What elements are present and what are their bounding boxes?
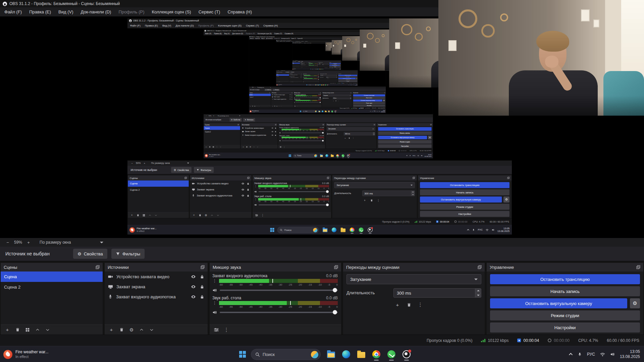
sources-dock-header[interactable]: Источники	[105, 263, 208, 272]
taskbar-search[interactable]	[251, 349, 321, 360]
chrome-icon[interactable]	[372, 347, 381, 361]
remove-scene-button[interactable]	[13, 326, 21, 334]
taskbar-clock[interactable]: 13:05 13.08.2025	[620, 349, 640, 359]
mixer-title: Микшер звука	[254, 176, 271, 179]
transitions-dock-header: Переходы между сценами	[326, 123, 376, 126]
search-input[interactable]	[263, 352, 308, 357]
volume-icon[interactable]	[610, 352, 615, 357]
menu-scene-collection[interactable]: Коллекция сцен (S)	[148, 7, 195, 16]
file-explorer-icon[interactable]	[326, 347, 336, 361]
source-item[interactable]: Захват входного аудиопотока	[105, 292, 208, 302]
zoom-in-button[interactable]: +	[25, 240, 32, 245]
transition-menu-icon[interactable]: ⋮	[416, 301, 424, 308]
spin-down-button[interactable]	[475, 293, 481, 298]
mixer-channel-menu-icon[interactable]: ⋮	[212, 279, 217, 283]
fps-counter: 60.00 / 60.00 FPS	[353, 83, 357, 83]
meter-tick: -50	[270, 187, 272, 189]
menu-edit[interactable]: Правка (E)	[25, 7, 55, 16]
volume-slider[interactable]	[220, 312, 338, 313]
remove-source-button[interactable]	[117, 326, 125, 334]
mixer-settings-icon[interactable]	[212, 326, 220, 334]
wifi-icon[interactable]	[600, 352, 605, 357]
settings-button[interactable]: Настройки	[490, 322, 640, 333]
visibility-eye-icon[interactable]	[191, 284, 196, 289]
zoom-fit-dropdown[interactable]: По размеру окна	[40, 240, 103, 245]
duration-input[interactable]: 300 ms	[393, 288, 481, 298]
menu-tools[interactable]: Сервис (T)	[195, 7, 224, 16]
move-scene-down-button	[154, 213, 158, 217]
folder-icon[interactable]	[357, 347, 366, 361]
visibility-eye-icon	[241, 182, 245, 185]
scene-item[interactable]: Сцена 2	[1, 282, 103, 292]
mixer-menu-icon[interactable]: ⋮	[222, 326, 230, 334]
dock-popout-icon[interactable]	[96, 265, 100, 269]
volume-slider-handle[interactable]	[333, 310, 337, 314]
dock-popout-icon[interactable]	[478, 265, 482, 269]
virtual-camera-settings-button[interactable]: ⚙	[630, 298, 640, 308]
scenes-dock-header[interactable]: Сцены	[1, 263, 103, 272]
mixer-channel-menu-icon[interactable]: ⋮	[212, 301, 217, 305]
mic-icon	[272, 99, 273, 100]
speaker-icon[interactable]	[212, 310, 217, 315]
move-source-up-button[interactable]	[138, 326, 146, 334]
menu-help[interactable]: Справка (H)	[224, 7, 256, 16]
remove-transition-button[interactable]	[405, 301, 413, 308]
add-transition-button[interactable]: +	[393, 301, 401, 308]
volume-slider[interactable]	[220, 290, 338, 291]
source-item: Захват экрана	[241, 130, 277, 133]
source-name: Захват экрана	[245, 131, 255, 132]
source-item[interactable]: Устройство захвата видео	[105, 272, 208, 282]
source-item[interactable]: Захват экрана	[105, 282, 208, 292]
tray-mic-icon[interactable]	[578, 352, 582, 357]
weather-widget[interactable]: Fire weather war... In effect	[3, 346, 49, 362]
scene-grid-mode-button[interactable]	[23, 326, 32, 334]
start-recording-button[interactable]: Начать запись	[490, 286, 640, 296]
transitions-title: Переходы между сценами	[346, 265, 399, 270]
properties-button[interactable]: ⚙ Свойства	[73, 249, 107, 259]
volume-slider-handle[interactable]	[333, 288, 337, 292]
spin-up-button[interactable]	[475, 289, 481, 293]
move-scene-down-button[interactable]	[44, 326, 52, 334]
source-name: Захват входного аудиопотока	[116, 294, 176, 299]
menu-file[interactable]: Файл (F)	[1, 7, 25, 16]
meter-tick: -55	[229, 283, 233, 286]
language-indicator[interactable]: РУС	[587, 352, 595, 357]
stop-virtual-camera-button[interactable]: Остановить виртуальную камеру	[490, 298, 627, 308]
meter-tick: -10	[317, 201, 320, 202]
menu-docks[interactable]: Док-панели (D)	[77, 7, 115, 16]
lock-icon[interactable]	[200, 285, 204, 289]
speaker-icon[interactable]	[212, 288, 217, 293]
dock-popout-icon[interactable]	[201, 265, 205, 269]
dock-popout-icon[interactable]	[334, 265, 338, 269]
stop-streaming-button[interactable]: Остановить трансляцию	[490, 274, 640, 284]
obs-taskbar-icon[interactable]	[402, 347, 411, 361]
hidden-icons-chevron[interactable]	[569, 353, 573, 357]
edge-icon[interactable]	[341, 347, 351, 361]
transition-select[interactable]: Затухание	[346, 274, 481, 284]
scene-item[interactable]: Сцена	[1, 272, 103, 282]
green-app-icon[interactable]	[387, 347, 396, 361]
dock-popout-icon[interactable]	[636, 265, 640, 269]
menu-profile[interactable]: Профиль (P)	[115, 7, 148, 16]
transition-selected-value: Затухание	[336, 184, 349, 187]
add-source-button[interactable]: +	[107, 326, 115, 334]
studio-mode-button[interactable]: Режим студии	[490, 310, 640, 320]
add-scene-button[interactable]: +	[3, 326, 11, 334]
visibility-eye-icon[interactable]	[191, 274, 196, 279]
move-scene-up-button[interactable]	[34, 326, 42, 334]
transitions-dock-header[interactable]: Переходы между сценами	[343, 263, 485, 272]
start-button[interactable]	[237, 349, 248, 360]
transition-selected-value: Затухание	[321, 75, 323, 76]
filters-button[interactable]: Фильтры	[111, 249, 145, 259]
mixer-dock-header[interactable]: Микшер звука	[210, 263, 341, 272]
wall-picture-frame	[593, 19, 599, 27]
transitions-title: Переходы между сценами	[320, 73, 327, 74]
move-source-down-button[interactable]	[148, 326, 156, 334]
source-properties-button[interactable]: ⚙	[127, 326, 136, 334]
visibility-eye-icon[interactable]	[191, 294, 196, 299]
lock-icon[interactable]	[200, 275, 204, 279]
menu-view[interactable]: Вид (V)	[55, 7, 77, 16]
zoom-out-button[interactable]: −	[5, 240, 11, 245]
lock-icon[interactable]	[200, 295, 204, 299]
controls-dock-header[interactable]: Управление	[487, 263, 643, 272]
